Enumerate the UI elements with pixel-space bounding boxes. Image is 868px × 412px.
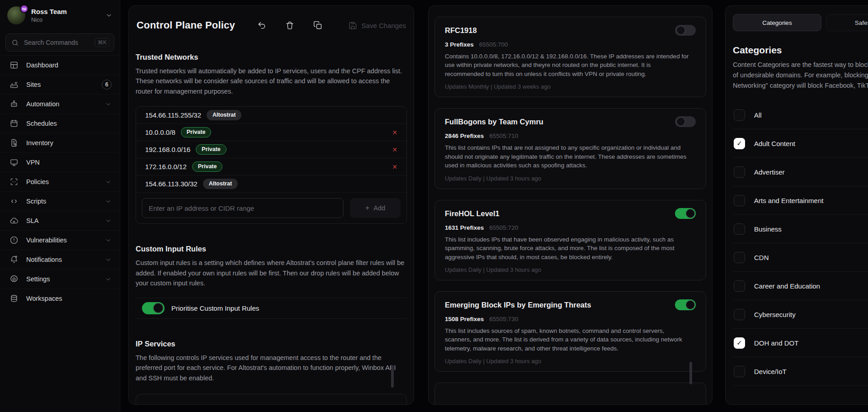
add-network-button[interactable]: + Add [350, 198, 401, 218]
team-switcher[interactable]: NI Ross Team Nico [0, 0, 120, 30]
ip-services-table-clipped [136, 394, 407, 405]
prefix-count: 3 Prefixes [445, 41, 474, 48]
policy-header: Control Plane Policy Save Changes [136, 19, 407, 31]
category-row-all[interactable]: All [733, 101, 868, 129]
network-source-badge: Private [192, 161, 223, 172]
blocklist-description: This list includes IPs that have been ob… [445, 235, 689, 261]
dashboard-icon [9, 61, 19, 70]
blocklist-description: This list contains IPs that are not assi… [445, 143, 689, 170]
sidebar-item-schedules[interactable]: Schedules [0, 114, 120, 133]
sidebar-item-notifications[interactable]: Notifications [0, 250, 120, 269]
notifications-icon [9, 255, 19, 264]
category-row-career-education[interactable]: Career and Education [733, 272, 868, 300]
prioritise-custom-rules-row: Prioritise Custom Input Rules [136, 298, 407, 319]
delete-button[interactable] [285, 21, 294, 30]
blocklist-toggle[interactable] [675, 25, 696, 36]
scrollbar-thumb[interactable] [689, 362, 692, 384]
sidebar-item-dashboard[interactable]: Dashboard [0, 55, 120, 75]
category-checkbox[interactable] [734, 309, 745, 320]
sidebar-nav: Dashboard Sites 6 Automation Schedules I… [0, 55, 120, 308]
trusted-network-row: 192.168.0.0/16 Private [136, 141, 406, 158]
trusted-network-row: 154.66.113.30/32 Altostrat [136, 175, 406, 193]
workspaces-icon [9, 294, 19, 303]
blocklist-toggle[interactable] [675, 299, 696, 310]
sidebar-item-settings[interactable]: Settings [0, 269, 120, 289]
category-row-cdn[interactable]: CDN [733, 243, 868, 272]
blocklist-description: Contains 10.0.0.0/8, 172.16.0.0/12 & 192… [445, 52, 689, 78]
category-checkbox[interactable] [734, 109, 745, 121]
category-row-cybersecurity[interactable]: Cybersecurity [733, 300, 868, 329]
sidebar-item-vpn[interactable]: VPN [0, 152, 120, 172]
sidebar-item-vulnerabilities[interactable]: Vulnerabilities [0, 230, 120, 250]
save-changes-button[interactable]: Save Changes [349, 21, 406, 30]
remove-network-button[interactable] [392, 129, 397, 136]
cidr-text: 172.16.0.0/12 [145, 163, 187, 170]
remove-network-button[interactable] [392, 146, 397, 153]
category-checkbox[interactable] [734, 337, 745, 349]
sidebar-item-workspaces[interactable]: Workspaces [0, 289, 120, 308]
category-row-business[interactable]: Business [733, 215, 868, 243]
sites-count-badge: 6 [102, 80, 112, 90]
sidebar-item-inventory[interactable]: Inventory [0, 133, 120, 152]
custom-input-rules-description: Custom input rules is a setting which de… [136, 258, 407, 288]
search-commands-box[interactable]: ⌘K [5, 33, 114, 52]
custom-input-rules-heading: Custom Input Rules [136, 245, 407, 253]
avatar-initials-badge: NI [20, 5, 28, 13]
category-label: Business [754, 225, 782, 233]
plus-icon: + [365, 204, 369, 212]
category-row-device-iot[interactable]: Device/IoT [733, 357, 868, 386]
network-source-badge: Private [196, 144, 226, 155]
category-row-advertiser[interactable]: Advertiser [733, 158, 868, 186]
sidebar-item-label: Settings [26, 275, 50, 283]
category-label: DOH and DOT [754, 339, 798, 347]
blocklist-toggle[interactable] [675, 116, 696, 127]
sidebar-item-sla[interactable]: SLA [0, 211, 120, 230]
duplicate-button[interactable] [313, 21, 322, 30]
scripts-icon [9, 197, 19, 206]
sidebar-item-label: Inventory [26, 139, 53, 147]
category-label: All [754, 111, 762, 119]
tab-safesearch[interactable]: Safesearch [826, 14, 868, 31]
category-row-adult-content[interactable]: Adult Content [733, 129, 868, 158]
save-icon [349, 21, 357, 30]
add-button-label: Add [373, 204, 385, 212]
remove-network-button[interactable] [392, 163, 397, 170]
blocklist-update-info: Updates Monthly | Updated 3 weeks ago [445, 83, 696, 90]
category-checkbox[interactable] [734, 223, 745, 235]
sidebar-item-sites[interactable]: Sites 6 [0, 75, 120, 94]
cidr-text: 192.168.0.0/16 [145, 146, 190, 153]
sidebar-item-policies[interactable]: Policies [0, 172, 120, 191]
category-checkbox[interactable] [734, 366, 745, 377]
scrollbar-thumb[interactable] [391, 365, 394, 388]
category-checkbox[interactable] [734, 195, 745, 206]
category-row-doh-dot[interactable]: DOH and DOT [733, 329, 868, 357]
sidebar-item-automation[interactable]: Automation [0, 94, 120, 114]
category-checkbox[interactable] [734, 280, 745, 292]
prioritise-custom-rules-toggle[interactable] [142, 302, 165, 314]
category-label: Arts and Entertainment [754, 197, 823, 204]
blocklist-card-fullbogons: FullBogons by Team Cymru 2846 Prefixes 6… [434, 108, 706, 189]
sidebar-item-scripts[interactable]: Scripts [0, 191, 120, 211]
chevron-down-icon [105, 218, 112, 224]
tab-label: Categories [762, 19, 792, 26]
category-label: Advertiser [754, 168, 785, 176]
search-input[interactable] [23, 38, 91, 47]
category-checkbox[interactable] [734, 166, 745, 178]
bgp-community: 65505:730 [489, 316, 518, 322]
blocklist-update-info: Updates Daily | Updated 3 hours ago [445, 266, 696, 273]
blocklist-title: FireHOL Level1 [445, 209, 500, 218]
sidebar-item-label: Sites [26, 81, 41, 88]
tab-categories[interactable]: Categories [733, 14, 821, 31]
blocklist-update-info: Updates Daily | Updated 3 hours ago [445, 358, 696, 365]
category-checkbox[interactable] [734, 252, 745, 263]
blocklist-card-rfc1918: RFC1918 3 Prefixes 65505:700 Contains 10… [434, 17, 706, 97]
cidr-input[interactable] [142, 198, 344, 218]
undo-button[interactable] [257, 21, 266, 30]
category-row-arts-entertainment[interactable]: Arts and Entertainment [733, 186, 868, 215]
sidebar-item-label: Scripts [26, 198, 46, 205]
policy-actions: Save Changes [257, 21, 406, 30]
blocklist-toggle[interactable] [675, 208, 696, 219]
category-label: Career and Education [754, 282, 820, 290]
category-checkbox[interactable] [734, 138, 745, 149]
sidebar-item-label: Vulnerabilities [26, 237, 67, 244]
